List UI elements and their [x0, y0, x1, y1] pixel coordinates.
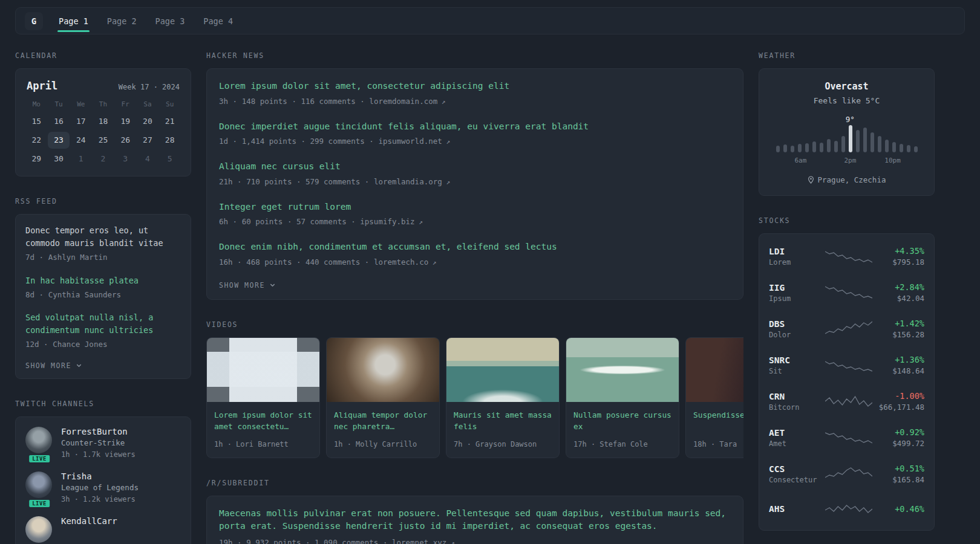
- hn-item-title[interactable]: Integer eget rutrum lorem: [219, 201, 731, 214]
- calendar-day[interactable]: 22: [25, 132, 48, 149]
- hn-item-domain[interactable]: loremdomain.com: [369, 97, 437, 106]
- stock-row[interactable]: LDILorem+4.35%$795.18: [759, 238, 934, 274]
- stock-symbol: DBS: [769, 319, 825, 329]
- twitch-card: LIVEForrestBurtonCounter-Strike1h · 1.7k…: [15, 416, 191, 544]
- calendar-day[interactable]: 20: [137, 113, 159, 130]
- calendar-dow-label: Mo: [25, 100, 48, 108]
- calendar-day[interactable]: 28: [158, 132, 181, 149]
- calendar-day[interactable]: 26: [114, 132, 137, 149]
- hn-item-domain[interactable]: loremlandia.org: [374, 177, 442, 186]
- subreddit-post-title[interactable]: Maecenas mollis pulvinar erat non posuer…: [219, 507, 731, 534]
- subreddit-card: Maecenas mollis pulvinar erat non posuer…: [206, 496, 743, 544]
- stock-price: $499.72: [872, 439, 924, 448]
- stock-chart: [825, 283, 872, 302]
- twitch-channel[interactable]: LIVEForrestBurtonCounter-Strike1h · 1.7k…: [25, 427, 181, 460]
- rss-show-more-button[interactable]: SHOW MORE: [25, 361, 181, 370]
- tab-page-1[interactable]: Page 1: [57, 8, 90, 34]
- calendar-day[interactable]: 19: [114, 113, 137, 130]
- video-title[interactable]: Lorem ipsum dolor sit amet consectetu…: [214, 409, 312, 433]
- subreddit-section: /R/SUBREDDIT Maecenas mollis pulvinar er…: [206, 479, 743, 544]
- hn-item-domain[interactable]: ipsumify.biz: [360, 217, 414, 226]
- video-title[interactable]: Mauris sit amet massa felis: [454, 409, 552, 433]
- location-pin-icon: [808, 176, 814, 184]
- hn-list: Lorem ipsum dolor sit amet, consectetur …: [219, 80, 731, 268]
- video-card[interactable]: Mauris sit amet massa felis7h · Grayson …: [446, 337, 560, 458]
- stock-symbol: IIG: [769, 283, 825, 293]
- calendar-day[interactable]: 29: [25, 151, 48, 167]
- channel-meta: 1h · 1.7k viewers: [61, 449, 136, 460]
- stock-chart: [825, 247, 872, 265]
- calendar-day[interactable]: 30: [48, 151, 70, 167]
- stock-row[interactable]: DBSDolor+1.42%$156.28: [759, 311, 934, 347]
- rss-item-title[interactable]: Donec tempor eros leo, ut commodo mauris…: [25, 224, 181, 250]
- channel-name[interactable]: ForrestBurton: [61, 427, 136, 436]
- stock-row[interactable]: AETAmet+0.92%$499.72: [759, 419, 934, 456]
- hn-show-more-button[interactable]: SHOW MORE: [219, 281, 731, 290]
- rss-item-title[interactable]: Sed volutpat nulla nisl, a condimentum n…: [25, 311, 181, 337]
- calendar-day[interactable]: 5: [158, 151, 181, 167]
- calendar-day[interactable]: 24: [70, 132, 92, 149]
- app-logo[interactable]: G: [25, 12, 43, 30]
- video-card[interactable]: Suspendisse diam18h · Tara: [685, 337, 743, 458]
- calendar-day[interactable]: 4: [137, 151, 159, 167]
- calendar-day-today[interactable]: 23: [48, 132, 70, 149]
- calendar-day[interactable]: 15: [25, 113, 48, 130]
- calendar-card: April Week 17 · 2024 MoTuWeThFrSaSu 1516…: [15, 68, 191, 176]
- channel-info: TrishaLeague of Legends3h · 1.2k viewers: [61, 471, 139, 505]
- calendar-day[interactable]: 17: [70, 113, 92, 130]
- stock-change: +4.35%: [872, 246, 924, 256]
- stock-row[interactable]: SNRCSit+1.36%$148.64: [759, 347, 934, 383]
- stock-row[interactable]: CCSConsectetur+0.51%$165.84: [759, 456, 934, 492]
- video-title[interactable]: Aliquam tempor dolor nec pharetra…: [334, 409, 432, 433]
- weather-bars: [776, 125, 918, 152]
- tab-page-2[interactable]: Page 2: [106, 8, 138, 34]
- video-card-body: Aliquam tempor dolor nec pharetra…1h · M…: [327, 402, 439, 458]
- hn-item-title[interactable]: Donec imperdiet augue tincidunt felis al…: [219, 120, 731, 134]
- calendar-day[interactable]: 3: [114, 151, 137, 167]
- calendar-day[interactable]: 21: [158, 113, 181, 130]
- channel-name[interactable]: KendallCarr: [61, 516, 117, 526]
- hn-item-title[interactable]: Donec enim nibh, condimentum et accumsan…: [219, 241, 731, 254]
- twitch-list: LIVEForrestBurtonCounter-Strike1h · 1.7k…: [25, 427, 181, 543]
- weather-bar: [776, 146, 780, 152]
- calendar-dow-label: Th: [92, 100, 114, 108]
- calendar-day[interactable]: 25: [92, 132, 114, 149]
- twitch-channel[interactable]: LIVETrishaLeague of Legends3h · 1.2k vie…: [25, 471, 181, 505]
- stock-symbol: AHS: [769, 504, 825, 514]
- stock-name: Consectetur: [769, 476, 825, 484]
- rss-item-title[interactable]: In hac habitasse platea: [25, 274, 181, 287]
- stock-row[interactable]: AHS+0.46%: [759, 492, 934, 526]
- calendar-day[interactable]: 16: [48, 113, 70, 130]
- stock-sparkline: [825, 500, 872, 518]
- rss-item-meta: 12d · Chance Jones: [25, 339, 181, 351]
- calendar-day[interactable]: 2: [92, 151, 114, 167]
- video-card[interactable]: Lorem ipsum dolor sit amet consectetu…1h…: [206, 337, 320, 458]
- hn-item-meta: 6h · 60 points · 57 comments · ipsumify.…: [219, 216, 731, 228]
- calendar-day[interactable]: 27: [137, 132, 159, 149]
- hn-item-title[interactable]: Lorem ipsum dolor sit amet, consectetur …: [219, 80, 731, 93]
- calendar-day[interactable]: 1: [70, 151, 92, 167]
- calendar-day[interactable]: 18: [92, 113, 114, 130]
- tab-page-4[interactable]: Page 4: [202, 8, 234, 34]
- chevron-down-icon: [269, 282, 276, 288]
- twitch-channel[interactable]: KendallCarr: [25, 516, 181, 543]
- video-title[interactable]: Nullam posuere cursus ex: [573, 409, 671, 433]
- stock-change: +1.36%: [872, 355, 924, 364]
- weather-bar: [798, 144, 802, 152]
- hn-item-domain[interactable]: ipsumworld.net: [378, 137, 442, 146]
- subreddit-post-domain[interactable]: loremnet.xyz: [392, 538, 446, 544]
- video-card[interactable]: Aliquam tempor dolor nec pharetra…1h · M…: [326, 337, 440, 458]
- hn-item-title[interactable]: Aliquam nec cursus elit: [219, 160, 731, 173]
- stock-row[interactable]: CRNBitcorn-1.00%$66,171.48: [759, 383, 934, 419]
- stock-row[interactable]: IIGIpsum+2.84%$42.04: [759, 274, 934, 311]
- weather-condition: Overcast: [769, 81, 924, 92]
- video-card[interactable]: Nullam posuere cursus ex17h · Stefan Col…: [566, 337, 679, 458]
- weather-hour-label: 6am: [795, 157, 807, 164]
- videos-section: VIDEOS Lorem ipsum dolor sit amet consec…: [206, 320, 743, 458]
- video-card-body: Mauris sit amet massa felis7h · Grayson …: [446, 402, 559, 458]
- section-label-rss: RSS FEED: [15, 197, 191, 206]
- video-title[interactable]: Suspendisse diam: [693, 409, 743, 433]
- channel-name[interactable]: Trisha: [61, 471, 139, 481]
- hn-item-domain[interactable]: loremtech.co: [374, 257, 428, 267]
- tab-page-3[interactable]: Page 3: [154, 8, 186, 34]
